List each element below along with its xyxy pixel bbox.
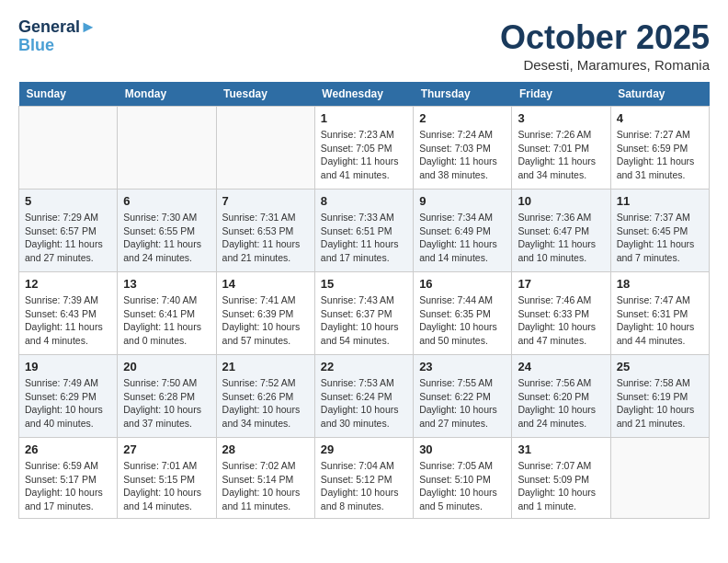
calendar-cell: 21Sunrise: 7:52 AM Sunset: 6:26 PM Dayli…	[216, 355, 314, 438]
day-number: 21	[222, 360, 309, 373]
day-number: 8	[321, 194, 407, 208]
calendar-table: SundayMondayTuesdayWednesdayThursdayFrid…	[18, 82, 710, 519]
day-info: Sunrise: 7:02 AM Sunset: 5:14 PM Dayligh…	[222, 459, 309, 513]
calendar-week-row: 5Sunrise: 7:29 AM Sunset: 6:57 PM Daylig…	[19, 190, 710, 272]
calendar-cell: 1Sunrise: 7:23 AM Sunset: 7:05 PM Daylig…	[314, 107, 413, 190]
day-number: 30	[419, 442, 506, 456]
day-info: Sunrise: 7:04 AM Sunset: 5:12 PM Dayligh…	[321, 459, 407, 513]
calendar-cell: 8Sunrise: 7:33 AM Sunset: 6:51 PM Daylig…	[314, 190, 413, 272]
calendar-cell: 7Sunrise: 7:31 AM Sunset: 6:53 PM Daylig…	[216, 190, 314, 272]
calendar-cell: 13Sunrise: 7:40 AM Sunset: 6:41 PM Dayli…	[118, 272, 216, 355]
calendar-cell: 11Sunrise: 7:37 AM Sunset: 6:45 PM Dayli…	[610, 190, 709, 272]
day-info: Sunrise: 7:36 AM Sunset: 6:47 PM Dayligh…	[518, 211, 604, 265]
calendar-cell: 12Sunrise: 7:39 AM Sunset: 6:43 PM Dayli…	[19, 272, 118, 355]
calendar-cell: 29Sunrise: 7:04 AM Sunset: 5:12 PM Dayli…	[314, 438, 413, 519]
day-info: Sunrise: 6:59 AM Sunset: 5:17 PM Dayligh…	[25, 459, 111, 513]
calendar-cell: 27Sunrise: 7:01 AM Sunset: 5:15 PM Dayli…	[118, 438, 216, 519]
calendar-cell: 30Sunrise: 7:05 AM Sunset: 5:10 PM Dayli…	[414, 438, 512, 519]
calendar-cell	[19, 107, 118, 190]
day-number: 6	[123, 194, 210, 208]
day-number: 13	[123, 277, 210, 291]
calendar-cell: 3Sunrise: 7:26 AM Sunset: 7:01 PM Daylig…	[512, 107, 610, 190]
day-info: Sunrise: 7:47 AM Sunset: 6:31 PM Dayligh…	[617, 293, 703, 348]
calendar-cell: 24Sunrise: 7:56 AM Sunset: 6:20 PM Dayli…	[512, 355, 610, 438]
day-number: 26	[25, 442, 111, 456]
day-info: Sunrise: 7:56 AM Sunset: 6:20 PM Dayligh…	[518, 376, 604, 431]
logo: General► Blue	[18, 18, 97, 55]
day-info: Sunrise: 7:30 AM Sunset: 6:55 PM Dayligh…	[123, 211, 210, 265]
calendar-week-row: 1Sunrise: 7:23 AM Sunset: 7:05 PM Daylig…	[19, 107, 710, 190]
calendar-cell: 16Sunrise: 7:44 AM Sunset: 6:35 PM Dayli…	[414, 272, 512, 355]
day-of-week-header: Thursday	[414, 82, 512, 107]
calendar-cell	[118, 107, 216, 190]
day-number: 11	[617, 194, 703, 208]
day-number: 25	[617, 360, 703, 373]
day-number: 4	[617, 111, 703, 125]
day-number: 31	[518, 442, 604, 456]
day-number: 10	[518, 194, 604, 208]
calendar-cell: 15Sunrise: 7:43 AM Sunset: 6:37 PM Dayli…	[314, 272, 413, 355]
calendar-header-row: SundayMondayTuesdayWednesdayThursdayFrid…	[19, 82, 710, 107]
day-number: 5	[25, 194, 111, 208]
day-info: Sunrise: 7:29 AM Sunset: 6:57 PM Dayligh…	[25, 211, 111, 265]
day-number: 24	[518, 360, 604, 373]
day-info: Sunrise: 7:34 AM Sunset: 6:49 PM Dayligh…	[419, 211, 506, 265]
calendar-cell: 4Sunrise: 7:27 AM Sunset: 6:59 PM Daylig…	[610, 107, 709, 190]
calendar-week-row: 12Sunrise: 7:39 AM Sunset: 6:43 PM Dayli…	[19, 272, 710, 355]
day-of-week-header: Friday	[512, 82, 610, 107]
calendar-cell: 2Sunrise: 7:24 AM Sunset: 7:03 PM Daylig…	[414, 107, 512, 190]
day-number: 23	[419, 360, 506, 373]
day-number: 1	[321, 111, 407, 125]
calendar-cell: 5Sunrise: 7:29 AM Sunset: 6:57 PM Daylig…	[19, 190, 118, 272]
day-info: Sunrise: 7:01 AM Sunset: 5:15 PM Dayligh…	[123, 459, 210, 513]
day-number: 28	[222, 442, 309, 456]
calendar-cell: 23Sunrise: 7:55 AM Sunset: 6:22 PM Dayli…	[414, 355, 512, 438]
day-number: 17	[518, 277, 604, 291]
calendar-cell: 26Sunrise: 6:59 AM Sunset: 5:17 PM Dayli…	[19, 438, 118, 519]
calendar-cell	[610, 438, 709, 519]
day-number: 14	[222, 277, 309, 291]
day-info: Sunrise: 7:44 AM Sunset: 6:35 PM Dayligh…	[419, 293, 506, 348]
day-info: Sunrise: 7:52 AM Sunset: 6:26 PM Dayligh…	[222, 376, 309, 431]
day-number: 16	[419, 277, 506, 291]
day-number: 20	[123, 360, 210, 373]
day-info: Sunrise: 7:53 AM Sunset: 6:24 PM Dayligh…	[321, 376, 407, 431]
day-number: 9	[419, 194, 506, 208]
day-info: Sunrise: 7:37 AM Sunset: 6:45 PM Dayligh…	[617, 211, 703, 265]
day-info: Sunrise: 7:23 AM Sunset: 7:05 PM Dayligh…	[321, 128, 407, 182]
day-info: Sunrise: 7:26 AM Sunset: 7:01 PM Dayligh…	[518, 128, 604, 182]
calendar-week-row: 26Sunrise: 6:59 AM Sunset: 5:17 PM Dayli…	[19, 438, 710, 519]
calendar-cell: 20Sunrise: 7:50 AM Sunset: 6:28 PM Dayli…	[118, 355, 216, 438]
calendar-cell: 22Sunrise: 7:53 AM Sunset: 6:24 PM Dayli…	[314, 355, 413, 438]
calendar-cell: 25Sunrise: 7:58 AM Sunset: 6:19 PM Dayli…	[610, 355, 709, 438]
location: Desesti, Maramures, Romania	[500, 57, 710, 73]
calendar-cell: 17Sunrise: 7:46 AM Sunset: 6:33 PM Dayli…	[512, 272, 610, 355]
day-number: 19	[25, 360, 111, 373]
calendar-week-row: 19Sunrise: 7:49 AM Sunset: 6:29 PM Dayli…	[19, 355, 710, 438]
day-number: 2	[419, 111, 506, 125]
day-info: Sunrise: 7:50 AM Sunset: 6:28 PM Dayligh…	[123, 376, 210, 431]
day-number: 29	[321, 442, 407, 456]
month-title: October 2025	[500, 18, 710, 57]
day-info: Sunrise: 7:55 AM Sunset: 6:22 PM Dayligh…	[419, 376, 506, 431]
day-of-week-header: Monday	[118, 82, 216, 107]
calendar-cell: 14Sunrise: 7:41 AM Sunset: 6:39 PM Dayli…	[216, 272, 314, 355]
calendar-cell: 31Sunrise: 7:07 AM Sunset: 5:09 PM Dayli…	[512, 438, 610, 519]
calendar-cell: 19Sunrise: 7:49 AM Sunset: 6:29 PM Dayli…	[19, 355, 118, 438]
title-block: October 2025 Desesti, Maramures, Romania	[500, 18, 710, 73]
day-info: Sunrise: 7:33 AM Sunset: 6:51 PM Dayligh…	[321, 211, 407, 265]
day-of-week-header: Wednesday	[314, 82, 413, 107]
logo-text: General► Blue	[18, 18, 97, 55]
day-info: Sunrise: 7:41 AM Sunset: 6:39 PM Dayligh…	[222, 293, 309, 348]
day-info: Sunrise: 7:31 AM Sunset: 6:53 PM Dayligh…	[222, 211, 309, 265]
day-number: 18	[617, 277, 703, 291]
day-info: Sunrise: 7:46 AM Sunset: 6:33 PM Dayligh…	[518, 293, 604, 348]
day-info: Sunrise: 7:27 AM Sunset: 6:59 PM Dayligh…	[617, 128, 703, 182]
day-info: Sunrise: 7:58 AM Sunset: 6:19 PM Dayligh…	[617, 376, 703, 431]
calendar-cell	[216, 107, 314, 190]
day-info: Sunrise: 7:05 AM Sunset: 5:10 PM Dayligh…	[419, 459, 506, 513]
day-of-week-header: Sunday	[19, 82, 118, 107]
calendar-cell: 6Sunrise: 7:30 AM Sunset: 6:55 PM Daylig…	[118, 190, 216, 272]
day-of-week-header: Saturday	[610, 82, 709, 107]
day-info: Sunrise: 7:40 AM Sunset: 6:41 PM Dayligh…	[123, 293, 210, 348]
